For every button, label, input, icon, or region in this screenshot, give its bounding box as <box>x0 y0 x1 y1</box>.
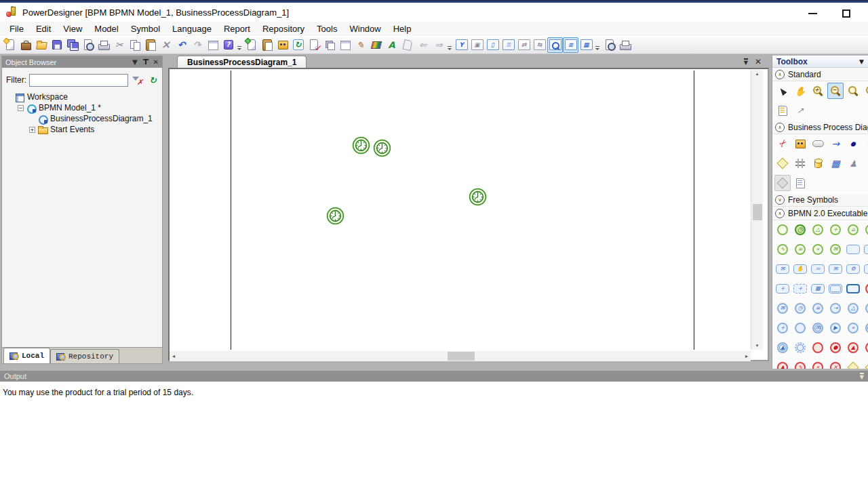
event-subprocess[interactable]: + <box>792 281 808 297</box>
print-preview-button-2[interactable] <box>601 37 617 53</box>
undo-button[interactable]: ↶ <box>174 37 189 53</box>
call-activity[interactable]: ▦ <box>810 281 826 297</box>
tree-expander[interactable]: − <box>18 105 24 111</box>
save-button[interactable] <box>49 37 64 53</box>
open-workspace-button[interactable] <box>18 37 33 53</box>
print-preview-button[interactable] <box>80 37 96 53</box>
close-tab-button[interactable]: ✕ <box>755 58 762 66</box>
fill-color-button[interactable] <box>368 37 384 53</box>
toolbox-menu-button[interactable]: ▼ <box>859 58 864 65</box>
timer-start-event-4[interactable] <box>326 207 344 225</box>
resource-tool[interactable]: ♟ <box>845 155 861 171</box>
bring-forward-button[interactable]: ⇒ <box>431 37 446 53</box>
intermediate-rule-event[interactable]: ≡ <box>810 300 826 317</box>
boundary-event[interactable] <box>792 340 808 356</box>
vertical-scroll-thumb[interactable] <box>753 204 762 220</box>
tree-item-start-events[interactable]: +Start Events <box>5 124 159 135</box>
delete-tool[interactable]: ✂ <box>774 136 791 152</box>
error-end-event[interactable]: ∿ <box>863 340 868 356</box>
scroll-down-button[interactable]: ▾ <box>751 343 763 348</box>
intermediate-timer-event[interactable]: ◷ <box>792 300 808 317</box>
cancel-end-event[interactable]: × <box>827 359 844 369</box>
toolbox-section-business-process-diagram[interactable]: ∧Business Process Diagram <box>772 121 868 134</box>
link-tool[interactable]: ↗ <box>792 102 808 119</box>
end-event[interactable] <box>810 340 826 356</box>
close-panel-button[interactable]: ✕ <box>153 59 159 66</box>
task-tool[interactable] <box>845 241 861 258</box>
copy-button[interactable] <box>127 37 142 53</box>
start-event[interactable] <box>774 222 791 238</box>
tree-item-bpmn-model-1[interactable]: −BPMN Model_1 * <box>5 102 159 113</box>
show-grid-button[interactable]: ▦ <box>578 37 594 53</box>
signal-end-event[interactable]: ▲ <box>845 340 861 356</box>
horizontal-scroll-thumb[interactable] <box>448 352 475 361</box>
compensation-end-event[interactable]: « <box>810 359 826 369</box>
parallel-gateway[interactable]: + <box>863 359 868 369</box>
menu-language[interactable]: Language <box>166 22 218 36</box>
panel-menu-button[interactable]: ▼ <box>132 59 138 66</box>
menu-model[interactable]: Model <box>88 22 124 36</box>
tree-item-businessprocessdiagram-1[interactable]: BusinessProcessDiagram_1 <box>5 113 159 124</box>
synchronize-button[interactable]: ↻ <box>290 37 306 53</box>
send-backward-button[interactable]: ⇐ <box>415 37 431 53</box>
zoom-page-tool[interactable] <box>863 83 868 99</box>
note-tool[interactable] <box>774 102 791 119</box>
save-all-button[interactable] <box>64 37 80 53</box>
menu-window[interactable]: Window <box>343 22 387 36</box>
transaction[interactable] <box>827 281 844 297</box>
shadow-button[interactable] <box>321 37 337 53</box>
zoom-default-tool[interactable] <box>845 83 861 99</box>
view-traceability-button[interactable]: ⇆ <box>532 37 547 53</box>
maximize-button[interactable] <box>835 7 857 20</box>
properties-button[interactable] <box>205 37 220 53</box>
rule-start-event[interactable]: ≡ <box>792 241 808 258</box>
toolbox-section-free-symbols[interactable]: ∨Free Symbols <box>772 193 868 207</box>
cut-button[interactable]: ✂ <box>111 37 127 53</box>
scroll-right-button[interactable]: ▸ <box>745 353 748 359</box>
user-task[interactable]: ☻ <box>863 261 868 277</box>
error-end-event-2[interactable]: ∿ <box>792 359 808 369</box>
timer-start-event[interactable]: ◷ <box>792 222 808 238</box>
throw-compensation-event[interactable]: « <box>845 320 861 336</box>
new-model-button[interactable] <box>243 37 259 53</box>
diagram-canvas[interactable] <box>168 68 769 361</box>
script-task[interactable]: ≈ <box>810 261 826 277</box>
vertical-scrollbar[interactable]: ▴ ▾ <box>751 70 763 350</box>
data-tool[interactable] <box>810 155 826 171</box>
scroll-left-button[interactable]: ◂ <box>172 353 175 359</box>
section-chevron-icon[interactable]: ∧ <box>775 70 785 79</box>
escalation-start-event[interactable]: ▲ <box>863 222 868 238</box>
start-tool[interactable]: ● <box>845 136 861 152</box>
pointer-tool[interactable] <box>774 83 791 99</box>
file-tool[interactable] <box>792 175 808 191</box>
end-tool[interactable]: ◎ <box>863 136 868 152</box>
clear-filter-button[interactable]: ✗ <box>131 74 144 86</box>
view-dependencies-button[interactable]: ⇄ <box>516 37 532 53</box>
redo-button[interactable]: ↷ <box>189 37 205 53</box>
print-button-2[interactable] <box>617 37 633 53</box>
multiple-start-event[interactable]: ⌂ <box>845 222 861 238</box>
menu-edit[interactable]: Edit <box>30 22 57 36</box>
flip-button[interactable] <box>399 37 415 53</box>
tab-businessprocessdiagram-1[interactable]: BusinessProcessDiagram_1 <box>177 56 307 68</box>
parallel-start-event[interactable]: + <box>827 222 844 238</box>
compensation-start-event[interactable]: « <box>810 241 826 258</box>
menu-tools[interactable]: Tools <box>311 22 343 36</box>
open-button[interactable] <box>33 37 49 53</box>
section-chevron-icon[interactable]: ∧ <box>775 209 785 218</box>
message-end-event[interactable]: ✉ <box>863 281 868 297</box>
throw-multiple-event[interactable]: ⌂ <box>863 320 868 336</box>
show-frame-button[interactable] <box>337 37 353 53</box>
minimize-button[interactable] <box>802 7 823 20</box>
show-notes-button[interactable]: ≡ <box>563 37 578 53</box>
send-task[interactable]: ✉ <box>774 261 791 277</box>
output-menu-button[interactable]: ▼ <box>860 373 864 380</box>
help-button[interactable]: ? <box>220 37 236 53</box>
intermediate-message-event[interactable]: ✉ <box>774 300 791 317</box>
manual-task[interactable]: ✋ <box>792 261 808 277</box>
view-page-button[interactable]: ▯ <box>485 37 500 53</box>
horizontal-scrollbar[interactable]: ◂ ▸ <box>170 351 751 361</box>
decision-tool[interactable] <box>774 155 791 171</box>
throw-link-event[interactable]: ▶ <box>827 320 844 336</box>
format-pen-button[interactable]: ✎ <box>353 37 368 53</box>
